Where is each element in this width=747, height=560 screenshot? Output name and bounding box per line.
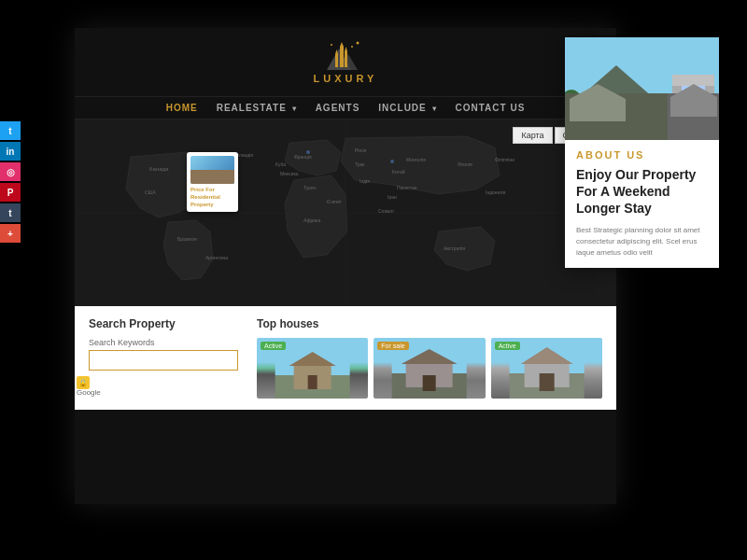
about-us-label: ABOUT US [576, 149, 708, 161]
svg-rect-66 [672, 84, 714, 140]
main-container: t in ◎ P t + 🔒 Google [0, 0, 747, 560]
svg-text:Пакистан: Пакистан [397, 185, 417, 190]
svg-rect-67 [672, 75, 714, 86]
nav-include[interactable]: INCLUDE ▾ [378, 103, 436, 113]
house-card-3: Active [491, 338, 602, 399]
social-tumblr-btn[interactable]: t [0, 203, 21, 222]
svg-text:Іран: Іран [388, 194, 397, 200]
house-badge-2: For sale [377, 342, 408, 350]
svg-rect-68 [675, 105, 711, 131]
social-instagram-btn[interactable]: ◎ [0, 162, 21, 181]
about-image-right [668, 37, 719, 140]
top-houses-panel: Top houses Active [257, 317, 602, 399]
svg-rect-3 [345, 51, 347, 67]
svg-text:Росія: Росія [355, 147, 367, 153]
svg-rect-44 [308, 375, 317, 389]
house-badge-3: Active [495, 342, 520, 350]
house-card-2: For sale [374, 338, 485, 399]
about-heading: Enjoy Our Property For A Weekend Longer … [576, 166, 708, 217]
logo-container: LUXURY [75, 37, 616, 84]
map-view-btn[interactable]: Карта [513, 127, 552, 144]
social-linkedin-btn[interactable]: in [0, 142, 21, 161]
svg-point-14 [390, 160, 394, 163]
logo-text: LUXURY [314, 73, 378, 84]
svg-text:Австралія: Австралія [444, 245, 465, 251]
houses-grid: Active For sale [257, 338, 602, 399]
social-google-plus-btn[interactable]: + [0, 224, 21, 243]
svg-text:Туреч.: Туреч. [303, 185, 317, 190]
svg-rect-58 [584, 98, 654, 140]
main-nav: HOME REALESTATE ▾ AGENTS INCLUDE ▾ CONTA… [75, 96, 616, 119]
svg-rect-69 [682, 86, 705, 100]
top-houses-title: Top houses [257, 317, 602, 330]
svg-text:Куба: Куба [275, 161, 286, 167]
svg-marker-6 [345, 47, 347, 51]
svg-rect-60 [626, 103, 640, 114]
svg-point-10 [351, 46, 353, 48]
svg-text:Трак: Трак [355, 161, 365, 167]
site-wrapper: LUXURY HOME REALESTATE ▾ AGENTS INCLUDE … [75, 28, 616, 504]
about-card: ABOUT US Enjoy Our Property For A Weeken… [565, 37, 719, 268]
content-section: Search Property Search Keywords Top hous… [75, 306, 616, 410]
map-popup: Price For Residential Property [187, 152, 238, 212]
svg-marker-5 [340, 42, 344, 47]
search-keywords-label: Search Keywords [89, 338, 238, 347]
nav-home[interactable]: HOME [166, 103, 198, 113]
svg-rect-62 [570, 105, 573, 123]
svg-text:Бразилія: Бразилія [177, 236, 197, 242]
svg-rect-65 [668, 103, 719, 140]
social-sidebar: t in ◎ P t + [0, 121, 21, 243]
map-popup-text: Price For Residential Property [190, 187, 234, 208]
svg-text:Монголія: Монголія [406, 157, 426, 162]
svg-rect-61 [610, 112, 623, 140]
svg-text:Японія: Японія [458, 161, 472, 167]
svg-text:Сомалі: Сомалі [378, 208, 394, 214]
search-input[interactable] [89, 350, 238, 371]
svg-rect-2 [340, 47, 344, 67]
map-popup-image [190, 156, 234, 184]
svg-text:Китай: Китай [392, 169, 405, 175]
svg-rect-54 [539, 373, 554, 391]
house-card-1: Active [257, 338, 368, 399]
svg-text:Африка: Африка [303, 217, 320, 223]
svg-rect-59 [593, 103, 607, 114]
about-image-left [565, 37, 668, 140]
social-twitter-btn[interactable]: t [0, 121, 21, 140]
svg-text:Франція: Франція [294, 154, 312, 160]
svg-rect-4 [335, 54, 338, 67]
svg-text:Єгипет: Єгипет [327, 199, 343, 204]
svg-rect-56 [565, 103, 668, 140]
world-map-svg: Канада Гренландія Франція Росія Китай Аф… [75, 119, 616, 306]
svg-point-9 [357, 42, 359, 45]
social-pinterest-btn[interactable]: P [0, 183, 21, 202]
svg-text:Індія: Індія [359, 178, 370, 184]
search-property-panel: Search Property Search Keywords [89, 317, 238, 399]
nav-contact[interactable]: CONTACT US [456, 103, 526, 113]
svg-text:Канада: Канада [149, 166, 169, 172]
svg-point-8 [331, 44, 332, 46]
site-header: LUXURY [75, 28, 616, 96]
about-content: ABOUT US Enjoy Our Property For A Weeken… [565, 140, 719, 268]
about-card-images [565, 37, 719, 140]
svg-text:Мексика: Мексика [280, 171, 299, 176]
logo-icon [322, 37, 369, 73]
house-badge-1: Active [261, 342, 286, 350]
svg-text:Аргентина: Аргентина [205, 255, 228, 260]
svg-text:Філіппіни: Філіппіни [495, 157, 514, 162]
svg-rect-49 [423, 375, 436, 391]
nav-realestate[interactable]: REALESTATE ▾ [217, 103, 297, 113]
nav-agents[interactable]: AGENTS [316, 103, 360, 113]
svg-text:Індонезія: Індонезія [486, 189, 506, 195]
google-label: Google [77, 388, 101, 397]
search-title: Search Property [89, 317, 238, 330]
google-icon: 🔒 [77, 376, 90, 389]
about-description: Best Strategic planning dolor sit amet c… [576, 225, 708, 259]
svg-text:США: США [145, 189, 156, 195]
map-section: Канада Гренландія Франція Росія Китай Аф… [75, 119, 616, 306]
